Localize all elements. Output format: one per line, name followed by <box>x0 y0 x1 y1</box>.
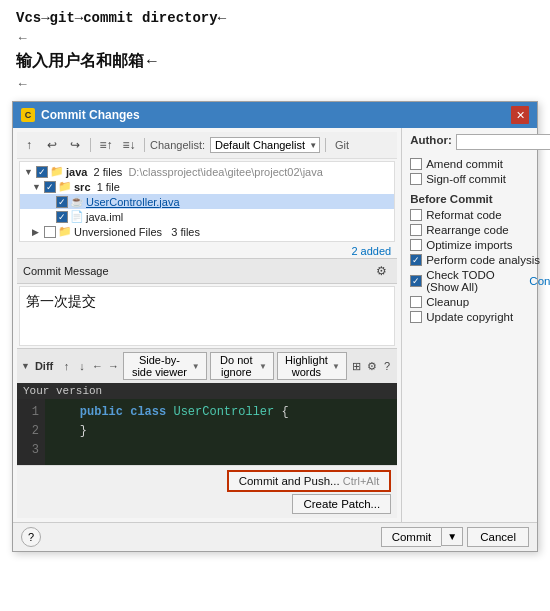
amend-label: Amend commit <box>426 158 503 170</box>
cancel-button[interactable]: Cancel <box>467 527 529 547</box>
changelist-select[interactable]: Default Changelist <box>210 137 320 153</box>
update-copyright-row: Update copyright <box>410 311 550 323</box>
update-copyright-label: Update copyright <box>426 311 513 323</box>
diff-header: ▼ Diff ↑ ↓ ← → Side-by-side viewer ▼ Do … <box>17 348 397 383</box>
amend-commit-row: Amend commit <box>410 158 550 170</box>
checkbox-iml[interactable]: ✓ <box>56 211 68 223</box>
tree-label-unversioned: Unversioned Files 3 files <box>74 226 200 238</box>
diff-highlight-label: Highlight words <box>284 354 329 378</box>
diff-viewer-dropdown[interactable]: Side-by-side viewer ▼ <box>123 352 207 380</box>
code-analysis-checkbox[interactable]: ✓ <box>410 254 422 266</box>
commit-msg-text: 第一次提交 <box>26 293 96 309</box>
optimize-row: Optimize imports <box>410 239 550 251</box>
undo-btn[interactable]: ↩ <box>42 135 62 155</box>
section-title: 输入用户名和邮箱← <box>16 51 534 72</box>
commit-button[interactable]: Commit <box>381 527 442 547</box>
code-line-2: } <box>51 422 391 441</box>
line-num-2: 2 <box>23 422 39 441</box>
commit-msg-settings-btn[interactable]: ⚙ <box>371 261 391 281</box>
commit-split-group: Commit ▼ <box>381 527 464 547</box>
diff-nav-left-btn[interactable]: ← <box>91 357 104 375</box>
diff-highlight-dropdown[interactable]: Highlight words ▼ <box>277 352 347 380</box>
folder-icon-src: 📁 <box>58 180 72 193</box>
tree-item-src[interactable]: ▼ ✓ 📁 src 1 file <box>20 179 394 194</box>
changelist-dropdown-wrapper[interactable]: Default Changelist ▼ <box>210 137 320 153</box>
update-copyright-checkbox[interactable] <box>410 311 422 323</box>
diff-nav-down-btn[interactable]: ↓ <box>76 357 88 375</box>
amend-checkbox[interactable] <box>410 158 422 170</box>
help-button[interactable]: ? <box>21 527 41 547</box>
dialog-close-button[interactable]: ✕ <box>511 106 529 124</box>
checkbox-java-root[interactable]: ✓ <box>36 166 48 178</box>
diff-settings1-btn[interactable]: ⊞ <box>350 357 362 375</box>
diff-help-btn[interactable]: ? <box>381 357 393 375</box>
signoff-commit-row: Sign-off commit <box>410 173 550 185</box>
reformat-checkbox[interactable] <box>410 209 422 221</box>
redo-btn[interactable]: ↪ <box>65 135 85 155</box>
expand-all-btn[interactable]: ≡↑ <box>96 135 116 155</box>
create-patch-label: Create Patch... <box>303 498 380 510</box>
toolbar-sep1 <box>90 138 91 152</box>
changelist-label: Changelist: <box>150 139 205 151</box>
tree-label-src: src 1 file <box>74 181 120 193</box>
diff-settings2-btn[interactable]: ⚙ <box>365 357 377 375</box>
collapse-all-btn[interactable]: ≡↓ <box>119 135 139 155</box>
commit-push-shortcut: Ctrl+Alt <box>343 475 379 487</box>
line-num-3: 3 <box>23 441 39 460</box>
diff-nav-up-btn[interactable]: ↑ <box>60 357 72 375</box>
checkbox-src[interactable]: ✓ <box>44 181 56 193</box>
tree-item-unversioned[interactable]: ▶ 📁 Unversioned Files 3 files <box>20 224 394 239</box>
diff-ignore-arrow: ▼ <box>259 362 267 371</box>
commit-dropdown-arrow-btn[interactable]: ▼ <box>441 527 463 546</box>
commit-msg-label: Commit Message <box>23 265 109 277</box>
dialog-title-text: Commit Changes <box>41 108 140 122</box>
code-content: public class UserController { } <box>45 399 397 465</box>
create-patch-button[interactable]: Create Patch... <box>292 494 391 514</box>
commit-msg-header: Commit Message ⚙ <box>17 258 397 284</box>
optimize-checkbox[interactable] <box>410 239 422 251</box>
git-label: Git <box>335 139 349 151</box>
tree-label-iml: java.iml <box>86 211 123 223</box>
code-line-1: public class UserController { <box>51 403 391 422</box>
diff-ignore-dropdown[interactable]: Do not ignore ▼ <box>210 352 274 380</box>
code-version-label: Your version <box>17 383 397 399</box>
rearrange-checkbox[interactable] <box>410 224 422 236</box>
signoff-checkbox[interactable] <box>410 173 422 185</box>
tree-item-iml[interactable]: ▶ ✓ 📄 java.iml <box>20 209 394 224</box>
author-row: Author: <box>410 134 550 150</box>
checkbox-unversioned[interactable] <box>44 226 56 238</box>
arrow1: ← <box>16 30 534 45</box>
breadcrumb: Vcs→git→commit directory← <box>16 10 534 26</box>
configure-link[interactable]: Configure <box>529 275 550 287</box>
cancel-label: Cancel <box>480 531 516 543</box>
action-buttons-area: Commit and Push... Ctrl+Alt Create Patch… <box>17 465 397 518</box>
left-panel: ↑ ↩ ↪ ≡↑ ≡↓ Changelist: Default Changeli… <box>13 128 402 522</box>
signoff-label: Sign-off commit <box>426 173 506 185</box>
dialog-app-icon: C <box>21 108 35 122</box>
dialog-footer: ? Commit ▼ Cancel <box>13 522 537 551</box>
tree-item-usercontroller[interactable]: ▶ ✓ ☕ UserController.java <box>20 194 394 209</box>
dialog-body: ↑ ↩ ↪ ≡↑ ≡↓ Changelist: Default Changeli… <box>13 128 537 522</box>
cleanup-row: Cleanup <box>410 296 550 308</box>
cleanup-checkbox[interactable] <box>410 296 422 308</box>
checkbox-uc[interactable]: ✓ <box>56 196 68 208</box>
move-up-btn[interactable]: ↑ <box>19 135 39 155</box>
commit-msg-area[interactable]: 第一次提交 <box>19 286 395 346</box>
code-analysis-label: Perform code analysis <box>426 254 540 266</box>
line-num-1: 1 <box>23 403 39 422</box>
rearrange-label: Rearrange code <box>426 224 508 236</box>
cleanup-label: Cleanup <box>426 296 469 308</box>
check-todo-checkbox[interactable]: ✓ <box>410 275 422 287</box>
diff-nav-right-btn[interactable]: → <box>107 357 120 375</box>
line-numbers: 1 2 3 <box>17 399 45 465</box>
optimize-label: Optimize imports <box>426 239 512 251</box>
diff-ignore-label: Do not ignore <box>217 354 256 378</box>
commit-and-push-button[interactable]: Commit and Push... Ctrl+Alt <box>227 470 392 492</box>
check-todo-label: Check TODO (Show All) <box>426 269 525 293</box>
toolbar-sep2 <box>144 138 145 152</box>
code-lines: 1 2 3 public class UserController { } <box>17 399 397 465</box>
code-analysis-row: ✓ Perform code analysis <box>410 254 550 266</box>
tree-label-java-root: java 2 files D:\classproject\idea\gitee\… <box>66 166 323 178</box>
author-input[interactable] <box>456 134 550 150</box>
tree-item-java-root[interactable]: ▼ ✓ 📁 java 2 files D:\classproject\idea\… <box>20 164 394 179</box>
